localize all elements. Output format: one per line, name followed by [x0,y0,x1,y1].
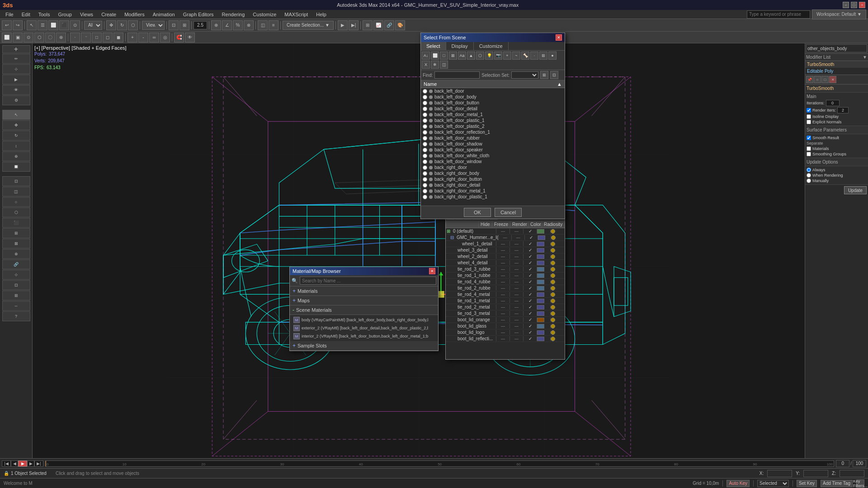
modifier-list-arrow[interactable]: ▼ [863,55,867,60]
next-key-btn[interactable]: ▶ [27,460,34,467]
layer-freeze-bootlid-reflect[interactable]: — [509,336,523,341]
layer-color-wheel4[interactable] [537,261,550,265]
obj-back-left-door-shadow[interactable]: back_left_door_shadow [421,141,565,147]
always-radio[interactable] [807,168,811,172]
select-by-name-button[interactable]: ☰ [38,20,47,30]
layer-radiosity-wheel1[interactable] [550,242,564,246]
obj-back-right-door-detail[interactable]: back_right_door_detail [421,182,565,188]
object-name-field[interactable]: other_objects_body [806,44,867,52]
coord-y-input[interactable] [803,470,828,477]
layer-hide-wheel4[interactable]: — [496,260,509,265]
obj-back-left-door-plastic1[interactable]: back_left_door_plastic_1 [421,117,565,123]
xref-filter[interactable]: X [422,61,430,69]
layer-render-wheel2[interactable]: ✓ [523,254,537,259]
layer-freeze-tierod4r[interactable]: — [509,279,523,284]
coord-z-input[interactable] [840,470,864,477]
layer-render-bootlid-reflect[interactable]: ✓ [523,336,537,341]
select-element[interactable]: ◼ [113,33,123,42]
ok-button[interactable]: OK [464,208,491,217]
obj-back-left-door-detail[interactable]: back_left_door_detail [421,106,565,112]
schematic[interactable]: 🔗 [2,259,30,269]
obj-radio-3[interactable] [423,107,427,111]
menu-rendering[interactable]: Rendering [218,11,249,18]
when-rendering-radio[interactable] [807,173,811,178]
workspace-dropdown[interactable]: Workspace: Default ▼ [812,9,866,19]
layer-item-bootlid-orange[interactable]: boot_lid_orange — — ✓ [446,317,565,323]
obj-radio-4[interactable] [423,113,427,117]
layer-hide-wheel1[interactable]: — [496,241,509,246]
find-input[interactable] [434,71,480,79]
layer-item-wheel1[interactable]: wheel_1_detail — — ✓ [446,241,565,247]
create-selection-button[interactable]: Create Selection... ▼ [283,21,334,30]
current-frame-input[interactable]: 0 [836,460,849,467]
isolate[interactable]: ○ [2,197,30,207]
layer-render-tierod1m[interactable]: ✓ [523,298,537,303]
layer-hide-bootlid-reflect[interactable]: — [496,336,509,341]
ring-sel[interactable]: ◎ [160,33,170,42]
layer-radiosity-tierod2m[interactable] [550,305,564,310]
play-animation[interactable]: ▶ [338,20,348,30]
select-filter[interactable]: ↖ [2,110,30,120]
select-invert[interactable]: ⊠ [449,52,457,60]
obj-radio-0[interactable] [423,89,427,94]
grid-filter[interactable]: ⊞ [539,52,547,60]
layer-render-gmc[interactable]: ✓ [524,235,538,240]
menu-group[interactable]: Group [54,11,75,18]
obj-back-left-door-metal1[interactable]: back_left_door_metal_1 [421,112,565,117]
prev-frame-btn[interactable]: |◀ [2,460,11,467]
layer-render-tierod2m[interactable]: ✓ [523,305,537,310]
scale-button[interactable]: ⬡ [128,20,138,30]
layer-color-bootlid-orange[interactable] [537,318,550,322]
manually-radio[interactable] [807,178,811,183]
align-tool[interactable]: ⊞ [2,291,30,300]
layer-render-wheel4[interactable]: ✓ [523,260,537,265]
editable-poly-modifier[interactable]: Editable Poly [805,68,868,75]
remove-modifier[interactable]: ✕ [829,76,836,83]
obj-radio-9[interactable] [423,142,427,146]
layer-radiosity-tierod1r[interactable] [550,273,564,278]
cameras-filter[interactable]: 📷 [494,52,502,60]
select-poly[interactable]: ◻ [103,33,113,42]
key-mode-dropdown[interactable]: Selected [757,480,789,487]
layer-freeze-tierod2r[interactable]: — [509,286,523,291]
layer-freeze-bootlid-logo[interactable]: — [509,330,523,335]
layer-color-tierod2r[interactable] [537,286,550,291]
select-none[interactable]: □ [440,52,448,60]
objects-list[interactable]: back_left_door back_left_door_body back_… [421,88,565,206]
obj-radio-2[interactable] [423,101,427,105]
layer-radiosity-0[interactable] [550,229,564,234]
prev-key-btn[interactable]: ◀ [11,460,18,467]
obj-back-left-door-rubber[interactable]: back_left_door_rubber [421,135,565,141]
window-crossing-button[interactable]: ⬛ [59,20,69,30]
layer-radiosity-gmc[interactable] [551,235,564,240]
select-edge[interactable]: ⁻ [81,33,91,42]
layer-item-tierod3r[interactable]: tie_rod_3_rubbe — — ✓ [446,266,565,272]
obj-back-left-door-speaker[interactable]: back_left_door_speaker [421,147,565,153]
lasso-select[interactable]: 〇 [45,33,55,42]
layer-item-bootlid-reflect[interactable]: boot_lid_reflecti... — — ✓ [446,336,565,342]
obj-back-right-door-plastic1[interactable]: back_right_door_plastic_1 [421,194,565,200]
spacewarps-filter[interactable]: ~ [512,52,520,60]
obj-radio-1[interactable] [423,95,427,99]
dialog-title-bar[interactable]: Select From Scene ✕ [421,33,565,42]
smooth-result-check[interactable] [807,136,811,140]
display-panel[interactable]: 👁 [2,85,30,95]
iterations-input[interactable] [826,100,840,106]
layer-freeze-tierod4m[interactable]: — [509,292,523,297]
render-preview[interactable]: ⬡ [2,207,30,217]
obj-radio-11[interactable] [423,154,427,158]
menu-create[interactable]: Create [98,11,120,18]
layer-radiosity-wheel3[interactable] [550,248,564,253]
select-region-button[interactable]: ⬜ [48,20,58,30]
percent-snap[interactable]: % [233,20,243,30]
layer-render-bootlid-orange[interactable]: ✓ [523,317,537,322]
layer-manager[interactable]: ◫ [258,20,268,30]
help-icon[interactable]: ? [2,311,30,321]
mirror-button[interactable]: ⊡ [169,20,179,30]
key-filter-btn[interactable]: Key Filters... [856,479,864,488]
layer-color-gmc[interactable] [538,235,551,240]
obj-radio-5[interactable] [423,118,427,123]
place-tool[interactable]: ⊕ [2,151,30,161]
obj-radio-10[interactable] [423,148,427,152]
layer-color-0[interactable] [537,229,550,234]
